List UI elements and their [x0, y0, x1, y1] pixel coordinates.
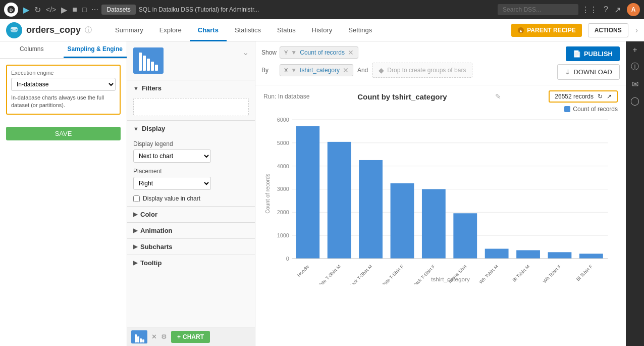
svg-text:White T-Shirt F: White T-Shirt F [379, 264, 405, 284]
chart-controls: Show Y ▼ Count of records ✕ By X [255, 41, 626, 85]
engine-select[interactable]: In-database In-memory [11, 78, 116, 91]
action-buttons: 📄 PUBLISH ⇓ DOWNLOAD [557, 46, 620, 80]
chart-edit-icon[interactable]: ✎ [495, 92, 501, 101]
color-label: Color [140, 211, 157, 218]
legend-color-box [564, 106, 570, 112]
tab-columns[interactable]: Columns [0, 41, 64, 58]
expand-icon[interactable]: ↗ [607, 93, 612, 100]
tooltip-label: Tooltip [140, 259, 162, 267]
display-value-checkbox[interactable] [133, 195, 140, 202]
parent-recipe-icon: ▲ [517, 27, 524, 34]
subcharts-header[interactable]: ▶ Subcharts [127, 239, 255, 255]
download-button[interactable]: ⇓ DOWNLOAD [557, 64, 620, 80]
nav-icon-6[interactable]: □ [82, 6, 86, 14]
refresh-icon[interactable]: ↻ [598, 93, 603, 100]
chart-icon[interactable]: ↗ [614, 5, 621, 15]
x-field-name: tshirt_category [300, 67, 340, 74]
y-axis-badge: Y ▼ Count of records ✕ [280, 46, 358, 59]
x-field-remove[interactable]: ✕ [343, 66, 349, 74]
chart-settings-icon[interactable]: ⚙ [161, 333, 167, 340]
svg-text:White T-Shirt M: White T-Shirt M [315, 264, 342, 284]
bar-bl-m [516, 250, 540, 259]
tab-statistics[interactable]: Statistics [227, 19, 269, 41]
dataset-info-icon[interactable]: ⓘ [85, 26, 92, 35]
color-section: ▶ Color [127, 206, 255, 222]
search-input[interactable] [498, 4, 578, 15]
y-axis-row: Show Y ▼ Count of records ✕ [261, 46, 557, 59]
display-legend-row: Display legend Next to chart Above chart… [133, 140, 249, 163]
bar-black-m [359, 160, 383, 259]
chat-sidebar-icon[interactable]: ✉ [632, 79, 638, 89]
x-axis-badge: X ▼ tshirt_category ✕ [280, 64, 353, 76]
settings-sidebar-icon[interactable]: ◯ [630, 96, 639, 106]
svg-text:D: D [10, 8, 13, 13]
by-label: By [261, 67, 276, 74]
animation-header[interactable]: ▶ Animation [127, 223, 255, 238]
nav-icon-1[interactable]: ▶ [23, 5, 29, 15]
subcharts-label: Subcharts [140, 243, 173, 251]
nav-icon-4[interactable]: ▶ [61, 5, 67, 15]
add-chart-button[interactable]: + CHART [171, 331, 210, 343]
placement-select[interactable]: Right Left Top Bottom [133, 177, 211, 190]
publish-button[interactable]: 📄 PUBLISH [566, 46, 620, 61]
svg-text:tshirt_category: tshirt_category [431, 276, 470, 282]
tab-sampling-engine[interactable]: Sampling & Engine [64, 41, 127, 58]
y-letter: Y [284, 50, 288, 56]
tab-settings[interactable]: Settings [340, 19, 380, 41]
display-legend-select[interactable]: Next to chart Above chart Below chart No… [133, 150, 211, 163]
grid-icon[interactable]: ⋮⋮ [581, 5, 598, 15]
plus-icon: + [177, 333, 181, 340]
color-header[interactable]: ▶ Color [127, 207, 255, 222]
app-logo: D [4, 3, 18, 17]
display-section: ▼ Display Display legend Next to chart A… [127, 120, 255, 206]
group-drop-zone[interactable]: ◆ Drop to create groups of bars [372, 63, 472, 78]
display-content: Display legend Next to chart Above chart… [127, 136, 255, 206]
tab-explore[interactable]: Explore [151, 19, 190, 41]
x-axis-row: By X ▼ tshirt_category ✕ And ◆ Drop to c… [261, 63, 557, 78]
svg-point-2 [11, 27, 18, 30]
bar-hoodie [296, 126, 319, 259]
subbar: orders_copy ⓘ Summary Explore Charts Sta… [0, 19, 644, 41]
tab-history[interactable]: History [304, 19, 340, 41]
help-icon[interactable]: ? [604, 5, 608, 14]
nav-icon-2[interactable]: ↻ [34, 5, 41, 15]
filters-header[interactable]: ▼ Filters [127, 80, 255, 96]
tab-status[interactable]: Status [269, 19, 304, 41]
display-value-row: Display value in chart [133, 195, 249, 202]
middle-panel: ⌄ ▼ Filters ▼ Display Display legend Nex… [127, 41, 255, 346]
display-header[interactable]: ▼ Display [127, 121, 255, 136]
thumb-bar-1 [139, 53, 142, 71]
dataset-name: orders_copy [26, 25, 81, 35]
subcharts-arrow-icon: ▶ [133, 243, 137, 250]
filter-drop-zone[interactable] [133, 98, 249, 116]
publish-icon: 📄 [573, 50, 581, 58]
parent-recipe-button[interactable]: ▲ PARENT RECIPE [511, 24, 581, 37]
subcharts-section: ▶ Subcharts [127, 238, 255, 255]
bar-black-f [422, 189, 446, 258]
bottom-bar-4 [142, 339, 144, 342]
nav-icon-more[interactable]: ⋯ [91, 6, 98, 14]
thumb-bar-5 [155, 65, 158, 71]
left-panel-content: Execution engine In-database In-memory I… [0, 59, 127, 346]
group-placeholder: Drop to create groups of bars [387, 67, 466, 74]
plus-sidebar-icon[interactable]: + [632, 45, 637, 55]
delete-chart-icon[interactable]: ✕ [151, 333, 157, 340]
back-arrow-icon[interactable]: › [635, 26, 638, 35]
save-button[interactable]: SAVE [6, 127, 121, 140]
chart-thumb-arrow[interactable]: ⌄ [242, 47, 249, 57]
svg-text:0: 0 [286, 256, 289, 262]
tab-charts[interactable]: Charts [190, 19, 227, 41]
tab-summary[interactable]: Summary [107, 19, 151, 41]
nav-icon-3[interactable]: </> [46, 6, 56, 14]
info-sidebar-icon[interactable]: ⓘ [631, 62, 639, 72]
y-field-remove[interactable]: ✕ [348, 48, 354, 57]
svg-text:Bl Tshirt M: Bl Tshirt M [512, 264, 530, 282]
nav-icon-5[interactable]: ■ [72, 5, 77, 14]
and-label: And [357, 67, 368, 74]
actions-button[interactable]: ACTIONS [588, 23, 628, 37]
datasets-button[interactable]: Datasets [101, 5, 135, 15]
user-avatar[interactable]: A [627, 3, 640, 16]
animation-label: Animation [140, 227, 173, 234]
y-field-name: Count of records [300, 49, 345, 56]
tooltip-header[interactable]: ▶ Tooltip [127, 255, 255, 271]
